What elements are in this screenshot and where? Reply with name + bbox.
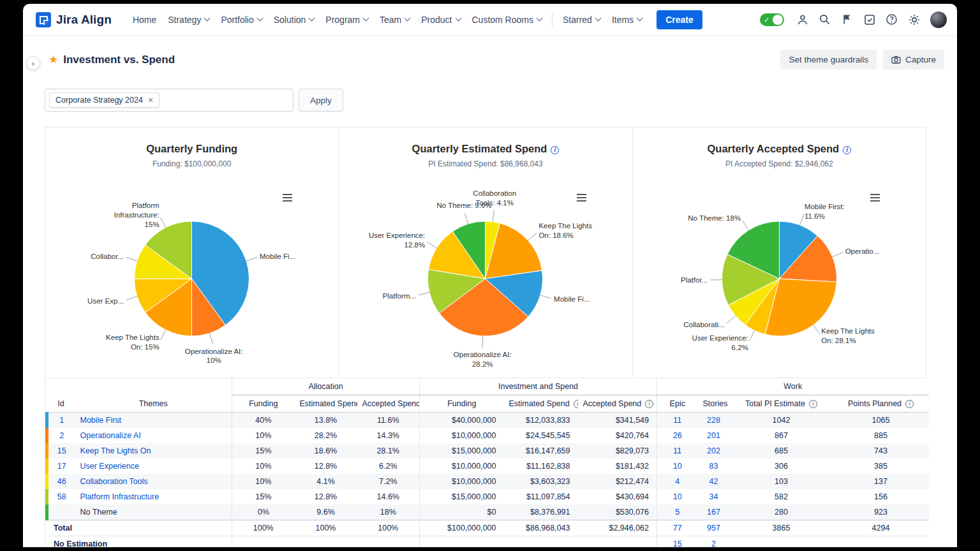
id-link[interactable]: 46	[57, 477, 66, 486]
cell-value: 18.6%	[295, 443, 357, 459]
stories-link[interactable]: 83	[709, 462, 718, 471]
chart-menu-icon[interactable]	[574, 191, 589, 204]
nav-item-home[interactable]: Home	[127, 11, 162, 29]
stories-total-link[interactable]: 957	[707, 524, 720, 533]
user-avatar[interactable]	[930, 11, 947, 28]
table-row-keep-the-lights-on: 15Keep The Lights On15%18.6%28.1%$15,000…	[47, 443, 929, 459]
epic-link[interactable]: 10	[673, 492, 682, 501]
chart-menu-icon[interactable]	[868, 191, 882, 204]
cell-value: 6.2%	[357, 459, 420, 474]
theme-link[interactable]: Collaboration Tools	[80, 477, 148, 486]
column-header-stories: Stories	[698, 395, 730, 413]
nav-item-team[interactable]: Team	[374, 11, 415, 29]
capture-button[interactable]: Capture	[883, 50, 944, 70]
profile-icon[interactable]	[793, 10, 812, 29]
help-icon[interactable]	[882, 10, 901, 29]
theme-link[interactable]: Operationalize AI	[80, 431, 141, 440]
cell-money: $10,000,000	[420, 474, 504, 489]
nav-item-product[interactable]: Product	[415, 11, 466, 29]
info-icon[interactable]: i	[809, 400, 817, 408]
set-theme-guardrails-button[interactable]: Set theme guardrails	[780, 50, 877, 70]
epic-total-link[interactable]: 77	[673, 524, 682, 533]
brand[interactable]: Jira Align	[29, 12, 127, 27]
stories-link[interactable]: 201	[707, 431, 720, 440]
strategy-filter-input[interactable]: Corporate Strategy 2024 ×	[45, 89, 293, 112]
epic-no-estimation-link[interactable]: 15	[673, 540, 682, 547]
id-link[interactable]: 58	[57, 492, 66, 501]
column-header-accepted-spend: Accepted Spendi	[578, 395, 657, 413]
total-money: $2,946,062	[578, 520, 657, 536]
epic-link[interactable]: 10	[673, 462, 682, 471]
id-link[interactable]: 2	[59, 431, 64, 440]
group-header-work: Work	[657, 378, 929, 395]
cell-id: 15	[47, 443, 75, 459]
theme-link[interactable]: Platform Infrastructure	[80, 492, 160, 501]
cell-value: 12.8%	[295, 489, 357, 504]
epic-link[interactable]: 4	[675, 477, 679, 486]
search-icon[interactable]	[815, 10, 834, 29]
remove-tag-icon[interactable]: ×	[148, 96, 153, 105]
sidebar-collapse-button[interactable]: ›	[26, 56, 40, 70]
chart-header: Quarterly Accepted Spendi PI Accepted Sp…	[633, 128, 926, 168]
cell-value: 867	[730, 428, 833, 443]
nav-item-label: Strategy	[168, 15, 201, 25]
create-button[interactable]: Create	[657, 10, 702, 29]
theme-link[interactable]: User Experience	[80, 462, 139, 471]
total-value: 100%	[232, 520, 295, 536]
nav-item-starred[interactable]: Starred	[557, 11, 606, 29]
jira-align-logo-icon	[36, 12, 51, 27]
nav-item-solution[interactable]: Solution	[268, 11, 320, 29]
stories-link[interactable]: 202	[707, 446, 720, 455]
tasks-icon[interactable]	[860, 10, 879, 29]
secondary-nav: StarredItems	[557, 4, 648, 35]
hamburger-icon	[577, 194, 586, 202]
cell-money: $40,000,000	[420, 413, 504, 429]
stories-link[interactable]: 228	[707, 416, 720, 425]
cell-money: $11,097,854	[504, 489, 578, 504]
nav-item-program[interactable]: Program	[320, 11, 374, 29]
brand-name: Jira Align	[56, 13, 112, 27]
favorite-star-icon[interactable]: ★	[48, 54, 58, 65]
info-icon[interactable]: i	[645, 400, 653, 408]
epic-link[interactable]: 11	[673, 446, 681, 455]
epic-link[interactable]: 26	[673, 431, 682, 440]
hamburger-icon	[283, 194, 292, 202]
info-icon[interactable]: i	[574, 400, 578, 408]
cell-work: 4	[657, 474, 698, 489]
epic-link[interactable]: 11	[673, 416, 681, 425]
stories-link[interactable]: 42	[709, 477, 718, 486]
info-icon[interactable]: i	[551, 146, 559, 154]
apply-button[interactable]: Apply	[299, 89, 343, 112]
id-link[interactable]: 17	[57, 462, 66, 471]
id-link[interactable]: 15	[57, 446, 66, 455]
cell-money: $12,033,833	[504, 413, 578, 429]
info-icon[interactable]: i	[843, 146, 851, 154]
page-title: Investment vs. Spend	[63, 54, 175, 66]
stories-link[interactable]: 167	[707, 508, 720, 517]
cell-value: 885	[833, 428, 929, 443]
status-toggle[interactable]: ✓	[760, 13, 784, 26]
theme-link[interactable]: Keep The Lights On	[80, 446, 151, 455]
no-estimation-stories: 2	[698, 536, 730, 548]
epic-link[interactable]: 5	[675, 508, 679, 517]
filter-tag[interactable]: Corporate Strategy 2024 ×	[49, 92, 160, 108]
cell-value: 28.1%	[357, 443, 420, 459]
info-icon[interactable]: i	[905, 400, 914, 408]
nav-item-strategy[interactable]: Strategy	[162, 11, 215, 29]
chart-title: Quarterly Estimated Spendi	[339, 143, 632, 155]
theme-link[interactable]: Mobile First	[80, 416, 122, 425]
nav-item-portfolio[interactable]: Portfolio	[215, 11, 267, 29]
stories-no-estimation-link[interactable]: 2	[711, 540, 716, 547]
id-link[interactable]: 1	[59, 416, 64, 425]
chart-subtitle: Funding: $100,000,000	[45, 159, 338, 168]
nav-item-items[interactable]: Items	[606, 11, 648, 29]
nav-item-custom-rooms[interactable]: Custom Rooms	[466, 11, 547, 29]
group-header-investment-and-spend: Investment and Spend	[420, 378, 657, 395]
nav-divider	[552, 13, 553, 27]
stories-link[interactable]: 34	[709, 492, 718, 501]
cell-value: 1042	[730, 413, 833, 429]
total-label: Total	[47, 520, 232, 536]
chart-menu-icon[interactable]	[280, 191, 295, 204]
settings-gear-icon[interactable]	[905, 10, 923, 29]
flag-icon[interactable]	[838, 10, 856, 29]
